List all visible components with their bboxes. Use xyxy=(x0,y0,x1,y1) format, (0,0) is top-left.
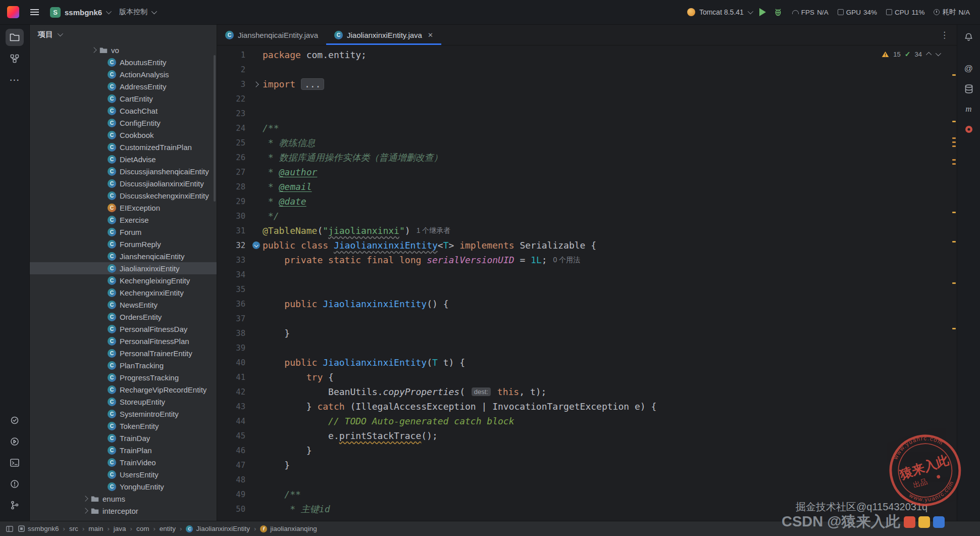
stripe-mark xyxy=(952,328,956,329)
tool-button-plugin[interactable] xyxy=(961,122,977,137)
debug-button[interactable] xyxy=(773,8,783,17)
stat-fps: FPSN/A xyxy=(792,9,829,16)
code-editor[interactable]: 1package com.entity;23import ...222324/*… xyxy=(217,45,957,521)
tree-item-TrainPlan[interactable]: CTrainPlan xyxy=(30,444,217,456)
tree-item-RechargeVipRecordEntity[interactable]: CRechargeVipRecordEntity xyxy=(30,383,217,396)
tree-item-NewsEntity[interactable]: CNewsEntity xyxy=(30,299,217,311)
tree-item-DiscusskechengxinxiEntity[interactable]: CDiscusskechengxinxiEntity xyxy=(30,189,217,202)
editor-tabs: CJianshenqicaiEntity.javaCJiaolianxinxiE… xyxy=(217,25,957,45)
code-line: 31@TableName("jiaolianxinxi")1 个继承者 xyxy=(217,223,957,238)
tree-item-YonghuEntity[interactable]: CYonghuEntity xyxy=(30,480,217,493)
code-token: * xyxy=(263,181,279,192)
has-implementations-icon[interactable] xyxy=(252,241,260,249)
inspections-widget[interactable]: 15 ✓ 34 xyxy=(882,50,940,58)
tree-item-DiscussjiaolianxinxiEntity[interactable]: CDiscussjiaolianxinxiEntity xyxy=(30,177,217,189)
project-panel-header[interactable]: 项目 xyxy=(30,25,217,44)
tomcat-icon xyxy=(687,8,695,16)
code-token xyxy=(263,255,284,265)
tree-item-SystemintroEntity[interactable]: CSystemintroEntity xyxy=(30,408,217,420)
tree-item-TrainDay[interactable]: CTrainDay xyxy=(30,432,217,444)
tree-item-enums[interactable]: enums xyxy=(30,493,217,505)
tree-item-TrainVideo[interactable]: CTrainVideo xyxy=(30,456,217,468)
close-icon[interactable]: ✕ xyxy=(428,31,433,39)
breadcrumb-item-com[interactable]: com xyxy=(136,525,149,532)
tree-item-JianshenqicaiEntity[interactable]: CJianshenqicaiEntity xyxy=(30,250,217,262)
tree-item-CoachChat[interactable]: CCoachChat xyxy=(30,105,217,117)
tree-item-PersonalFitnessPlan[interactable]: CPersonalFitnessPlan xyxy=(30,335,217,347)
tool-button-problems[interactable] xyxy=(6,475,24,493)
tool-button-more[interactable]: ⋯ xyxy=(6,71,24,88)
breadcrumb-item-ssmbgnk6[interactable]: ssmbgnk6 xyxy=(18,525,59,532)
breadcrumb-item-jiaolianxianqing[interactable]: fjiaolianxianqing xyxy=(260,525,317,532)
tree-item-Forum[interactable]: CForum xyxy=(30,226,217,238)
code-token: * xyxy=(263,196,279,207)
line-number: 34 xyxy=(217,270,249,279)
run-config-selector[interactable]: Tomcat 8.5.41 xyxy=(687,8,752,16)
tree-item-KechengleixingEntity[interactable]: CKechengleixingEntity xyxy=(30,274,217,286)
breadcrumb-item-java[interactable]: java xyxy=(114,525,126,532)
tree-item-Cookbook[interactable]: CCookbook xyxy=(30,129,217,141)
tree-item-ConfigEntity[interactable]: CConfigEntity xyxy=(30,117,217,129)
tree-item-PersonalTrainerEntity[interactable]: CPersonalTrainerEntity xyxy=(30,347,217,359)
tree-item-CustomizedTrainPlan[interactable]: CCustomizedTrainPlan xyxy=(30,141,217,153)
tree-item-ActionAnalysis[interactable]: CActionAnalysis xyxy=(30,68,217,80)
tree-item-AboutusEntity[interactable]: CAboutusEntity xyxy=(30,56,217,68)
breadcrumb-item-entity[interactable]: entity xyxy=(160,525,176,532)
tree-item-label: ConfigEntity xyxy=(120,119,161,127)
breadcrumb-separator: › xyxy=(153,525,155,532)
tree-item-label: Forum xyxy=(120,228,141,236)
tab-JiaolianxinxiEntity.java[interactable]: CJiaolianxinxiEntity.java✕ xyxy=(326,25,441,45)
code-token xyxy=(394,255,399,265)
class-icon: C xyxy=(108,398,116,406)
run-button[interactable] xyxy=(759,8,766,16)
breadcrumb-item-src[interactable]: src xyxy=(69,525,78,532)
tree-item-label: DiscussjiaolianxinxiEntity xyxy=(120,179,204,188)
tree-item-KechengxinxiEntity[interactable]: CKechengxinxiEntity xyxy=(30,286,217,299)
main-menu-icon[interactable] xyxy=(28,7,41,17)
code-line: 34 xyxy=(217,267,957,282)
tree-item-CartEntity[interactable]: CCartEntity xyxy=(30,92,217,105)
tree-item-TokenEntity[interactable]: CTokenEntity xyxy=(30,420,217,432)
tab-JianshenqicaiEntity.java[interactable]: CJianshenqicaiEntity.java xyxy=(217,25,326,45)
tool-button-database[interactable] xyxy=(961,81,977,96)
tree-item-DietAdvise[interactable]: CDietAdvise xyxy=(30,153,217,165)
tree-item-ProgressTracking[interactable]: CProgressTracking xyxy=(30,371,217,383)
tree-item-DiscussjianshenqicaiEntity[interactable]: CDiscussjianshenqicaiEntity xyxy=(30,165,217,177)
tool-button-notifications[interactable] xyxy=(961,30,977,45)
fold-expand-icon[interactable] xyxy=(253,81,259,87)
project-scrollbar[interactable] xyxy=(214,55,216,202)
breadcrumb-label: jiaolianxianqing xyxy=(270,525,317,532)
tree-item-interceptor[interactable]: interceptor xyxy=(30,505,217,517)
tool-button-project[interactable] xyxy=(6,29,24,46)
tree-item-PersonalFitnessDay[interactable]: CPersonalFitnessDay xyxy=(30,323,217,335)
code-token: final xyxy=(367,255,394,265)
tree-item-AddressEntity[interactable]: CAddressEntity xyxy=(30,80,217,92)
tool-button-services[interactable] xyxy=(6,433,24,450)
tree-item-StoreupEntity[interactable]: CStoreupEntity xyxy=(30,396,217,408)
code-token: private xyxy=(284,255,323,265)
tree-item-PlanTracking[interactable]: CPlanTracking xyxy=(30,359,217,371)
tool-button-commit[interactable] xyxy=(6,412,24,429)
tool-button-structure[interactable] xyxy=(6,50,24,67)
tool-button-ai[interactable]: @ xyxy=(961,61,977,76)
tree-item-EIException[interactable]: CEIException xyxy=(30,202,217,214)
tool-button-git[interactable] xyxy=(6,497,24,514)
project-widget[interactable]: S ssmbgnk6 xyxy=(50,7,110,18)
project-tree[interactable]: voCAboutusEntityCActionAnalysisCAddressE… xyxy=(30,44,217,521)
tree-item-vo[interactable]: vo xyxy=(30,44,217,56)
tree-item-OrdersEntity[interactable]: COrdersEntity xyxy=(30,311,217,323)
chevron-up-icon[interactable] xyxy=(926,52,932,58)
tree-item-UsersEntity[interactable]: CUsersEntity xyxy=(30,468,217,480)
tree-item-JiaolianxinxiEntity[interactable]: CJiaolianxinxiEntity xyxy=(30,262,217,274)
tree-item-ForumReply[interactable]: CForumReply xyxy=(30,238,217,250)
tool-button-terminal[interactable] xyxy=(6,454,24,471)
tree-item-Exercise[interactable]: CExercise xyxy=(30,214,217,226)
tool-button-maven[interactable]: m xyxy=(961,102,977,117)
breadcrumb-item-JiaolianxinxiEntity[interactable]: CJiaolianxinxiEntity xyxy=(186,525,250,532)
vcs-widget[interactable]: 版本控制 xyxy=(119,8,156,17)
class-icon: C xyxy=(108,325,116,333)
titlebar-left: S ssmbgnk6 版本控制 xyxy=(7,6,156,18)
breadcrumb-item-main[interactable]: main xyxy=(88,525,103,532)
class-icon: C xyxy=(108,288,116,297)
tab-options-icon[interactable]: ⋮ xyxy=(940,30,949,40)
